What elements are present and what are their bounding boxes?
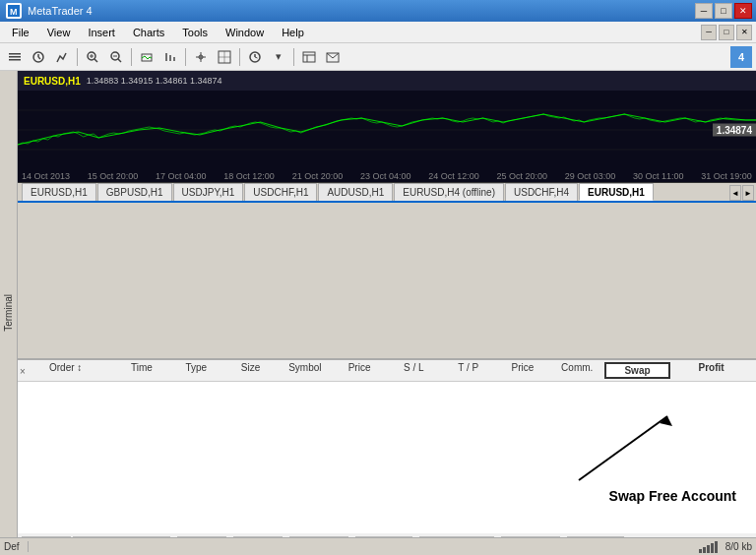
toolbar: ▾ 4: [0, 43, 756, 71]
chart-tab-6[interactable]: USDCHF,H4: [505, 183, 578, 201]
col-symbol[interactable]: Symbol: [278, 362, 332, 379]
svg-line-35: [579, 416, 667, 480]
chart-tab-2[interactable]: USDJPY,H1: [173, 183, 244, 201]
maximize-button[interactable]: □: [715, 3, 732, 19]
chart-price-label: 1.34874: [713, 124, 756, 137]
chart-tab-7[interactable]: EURUSD,H1: [579, 183, 654, 201]
time-label-8: 29 Oct 03:00: [565, 171, 616, 181]
window-controls: ─ □ ✕: [695, 3, 752, 19]
menu-help[interactable]: Help: [274, 25, 312, 40]
col-profit[interactable]: Profit: [670, 362, 752, 379]
col-size[interactable]: Size: [223, 362, 278, 379]
menu-bar: File View Insert Charts Tools Window Hel…: [0, 22, 756, 43]
table-close-btn[interactable]: ×: [20, 365, 26, 376]
menu-file[interactable]: File: [4, 25, 37, 40]
status-right: 8/0 kb: [699, 541, 752, 553]
col-price2[interactable]: Price: [495, 362, 549, 379]
toolbar-btn-3[interactable]: [51, 46, 73, 68]
time-label-4: 21 Oct 20:00: [292, 171, 344, 181]
toolbar-crosshair[interactable]: [190, 46, 212, 68]
annotation-arrow-svg: [480, 401, 697, 500]
time-label-5: 23 Oct 04:00: [360, 171, 411, 181]
col-tp[interactable]: T / P: [441, 362, 495, 379]
chart-tab-0[interactable]: EURUSD,H1: [22, 183, 96, 201]
menu-tools[interactable]: Tools: [174, 25, 216, 40]
svg-rect-3: [9, 56, 21, 58]
toolbar-sep-2: [131, 48, 132, 66]
annotation-text: Swap Free Account: [609, 488, 736, 504]
trade-body: Swap Free Account: [18, 382, 756, 533]
terminal-area: × Order ↕ Time Type Size Symbol Price S …: [18, 358, 756, 555]
toolbar-btn-2[interactable]: [28, 46, 49, 68]
menu-close-btn[interactable]: ✕: [736, 25, 752, 40]
chart-tab-5[interactable]: EURUSD,H4 (offline): [394, 183, 504, 201]
toolbar-email[interactable]: [322, 46, 344, 68]
toolbar-zoom-out[interactable]: [105, 46, 127, 68]
chart-tab-3[interactable]: USDCHF,H1: [244, 183, 317, 201]
time-label-3: 18 Oct 12:00: [223, 171, 275, 181]
svg-text:M: M: [10, 7, 18, 17]
col-order[interactable]: Order ↕: [33, 362, 114, 379]
title-bar-left: M MetaTrader 4: [6, 3, 93, 19]
chart-tab-4[interactable]: AUDUSD,H1: [318, 183, 393, 201]
left-sidebar: Terminal: [0, 71, 18, 555]
col-sl[interactable]: S / L: [387, 362, 441, 379]
toolbar-clock[interactable]: [244, 46, 266, 68]
minimize-button[interactable]: ─: [695, 3, 713, 19]
chart-tab-right[interactable]: ►: [742, 185, 754, 201]
chart-tabs-scroll: ◄ ►: [729, 185, 756, 201]
signal-bar-1: [699, 549, 702, 553]
sidebar-label: Terminal: [3, 294, 14, 332]
signal-bar-5: [715, 541, 718, 553]
chart-tabs: EURUSD,H1 GBPUSD,H1 USDJPY,H1 USDCHF,H1 …: [18, 183, 756, 203]
chart-header: EURUSD,H1 1.34883 1.34915 1.34861 1.3487…: [18, 71, 756, 91]
time-label-6: 24 Oct 12:00: [428, 171, 479, 181]
chart-time-axis: 14 Oct 2013 15 Oct 20:00 17 Oct 04:00 18…: [18, 169, 756, 183]
col-type[interactable]: Type: [169, 362, 223, 379]
toolbar-sep-4: [239, 48, 240, 66]
app-icon: M: [6, 3, 22, 19]
toolbar-btn-5[interactable]: [159, 46, 181, 68]
table-columns: Order ↕ Time Type Size Symbol Price S / …: [22, 362, 752, 379]
toolbar-btn-6[interactable]: [214, 46, 235, 68]
toolbar-template[interactable]: [298, 46, 320, 68]
status-def: Def: [4, 541, 29, 552]
menu-window[interactable]: Window: [218, 25, 272, 40]
connection-icon: [699, 541, 718, 553]
chart-tab-left[interactable]: ◄: [729, 185, 741, 201]
title-bar: M MetaTrader 4 ─ □ ✕: [0, 0, 756, 22]
toolbar-right-btn[interactable]: 4: [730, 46, 752, 68]
toolbar-sep-3: [185, 48, 186, 66]
time-label-10: 31 Oct 19:00: [701, 171, 752, 181]
menu-max-btn[interactable]: □: [719, 25, 734, 40]
menu-charts[interactable]: Charts: [125, 25, 172, 40]
window-title: MetaTrader 4: [28, 5, 93, 17]
chart-canvas[interactable]: 1.34874: [18, 91, 756, 169]
menu-min-btn[interactable]: ─: [701, 25, 717, 40]
menu-insert[interactable]: Insert: [80, 25, 123, 40]
signal-bar-4: [711, 543, 714, 553]
svg-line-9: [94, 59, 97, 62]
close-button[interactable]: ✕: [734, 3, 752, 19]
col-price[interactable]: Price: [332, 362, 386, 379]
time-label-0: 14 Oct 2013: [22, 171, 70, 181]
trade-table-header: × Order ↕ Time Type Size Symbol Price S …: [18, 360, 756, 382]
toolbar-btn-7[interactable]: ▾: [268, 46, 289, 68]
annotation-container: Swap Free Account: [18, 382, 756, 533]
toolbar-btn-1[interactable]: [4, 46, 26, 68]
signal-bar-2: [703, 547, 706, 553]
col-swap[interactable]: Swap: [604, 362, 670, 379]
col-comm[interactable]: Comm.: [550, 362, 604, 379]
chart-area: EURUSD,H1 1.34883 1.34915 1.34861 1.3487…: [18, 71, 756, 268]
time-label-9: 30 Oct 11:00: [633, 171, 684, 181]
chart-prices: 1.34883 1.34915 1.34861 1.34874: [87, 76, 222, 86]
svg-line-27: [255, 57, 258, 58]
toolbar-sep-1: [77, 48, 78, 66]
toolbar-zoom-in[interactable]: [82, 46, 103, 68]
chart-tab-1[interactable]: GBPUSD,H1: [97, 183, 172, 201]
toolbar-btn-4[interactable]: [136, 46, 158, 68]
col-time[interactable]: Time: [114, 362, 168, 379]
menu-view[interactable]: View: [39, 25, 79, 40]
chart-symbol: EURUSD,H1: [24, 76, 81, 87]
signal-bar-3: [707, 545, 710, 553]
